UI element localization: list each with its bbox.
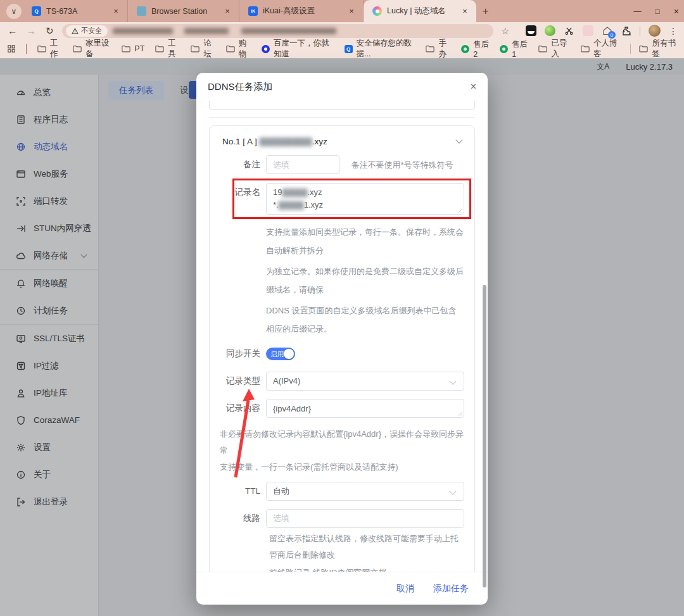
- redacted-domain: ▇▇▇▇▇▇▇▇: [260, 137, 312, 146]
- browser-menu-icon[interactable]: ⋮: [669, 26, 678, 36]
- modal-body: No.1 [ A ] ▇▇▇▇▇▇▇▇.xyz 备注 备注不要使用*号等特殊符号…: [196, 101, 488, 572]
- ttl-row: TTL 自动: [220, 482, 464, 501]
- redacted-domain: ▇▇▇▇: [282, 187, 307, 197]
- bookmark-folder-work[interactable]: 工作: [37, 38, 62, 60]
- browser-tab-browser-station[interactable]: Browser Station ×: [128, 0, 239, 22]
- tab-close-icon[interactable]: ×: [346, 6, 357, 16]
- bookmarks-bar: 工作 家里设备 PT 工具 论坛 购物 百度一下，你就知道 Q安全储存您的数据.…: [0, 39, 684, 58]
- browser-toolbar: ← → ↻ 不安全 ☆ 0: [0, 22, 684, 39]
- bookmark-baidu[interactable]: 百度一下，你就知道: [262, 38, 334, 60]
- lucky-favicon: [372, 6, 382, 16]
- warning-icon: [72, 28, 79, 34]
- bookmarks-separator: [26, 44, 27, 54]
- line-hint-line: 留空表示指定默认线路，修改线路可能需要手动上托管商后台删除修改: [269, 531, 464, 563]
- bookmark-folder-figures[interactable]: 手办: [426, 38, 450, 60]
- seafile-icon: [461, 45, 469, 53]
- bookmark-folder-imported[interactable]: 已导入: [538, 38, 570, 60]
- divider: [209, 117, 475, 118]
- extensions-puzzle-icon[interactable]: [621, 25, 631, 36]
- bookmarks-separator: [630, 44, 631, 54]
- remark-label: 备注: [220, 155, 260, 174]
- bookmark-folder-pt[interactable]: PT: [122, 44, 144, 53]
- record-content-hint-line: 非必要请勿修改记录内容默认配置{ipv4Addr}，误操作会导致同步异常: [220, 426, 464, 459]
- extension-icon-idm[interactable]: [545, 25, 555, 36]
- tab-close-icon[interactable]: ×: [111, 6, 121, 16]
- modal-scrollbar-thumb[interactable]: [483, 285, 486, 588]
- qnap-icon: Q: [345, 45, 353, 53]
- record-group-header[interactable]: No.1 [ A ] ▇▇▇▇▇▇▇▇.xyz: [220, 131, 464, 155]
- modal-title: DDNS任务添加: [208, 81, 273, 93]
- bookmark-folder-tools[interactable]: 工具: [155, 38, 180, 60]
- modal-close-icon[interactable]: ×: [471, 81, 476, 92]
- security-chip[interactable]: 不安全: [66, 25, 108, 37]
- bookmark-star-icon[interactable]: ☆: [501, 26, 509, 36]
- cancel-button[interactable]: 取消: [396, 583, 414, 594]
- redacted-url-segment: [113, 28, 173, 34]
- browser-tab-ikuai[interactable]: iK iKuai-高级设置 ×: [239, 0, 364, 22]
- extension-icon-scissors[interactable]: [564, 25, 574, 36]
- tab-title: Lucky | 动态域名: [387, 6, 446, 16]
- bookmark-folder-shopping[interactable]: 购物: [226, 38, 251, 60]
- record-name-hint-line: 支持批量添加同类型记录，每行一条。保存时，系统会自动解析并拆分: [266, 223, 464, 260]
- ddns-add-task-modal: DDNS任务添加 × No.1 [ A ] ▇▇▇▇▇▇▇▇.xyz 备注: [196, 73, 488, 605]
- tab-search-button[interactable]: ∨: [6, 4, 22, 19]
- browser-station-favicon: [137, 6, 146, 16]
- line-input[interactable]: [266, 509, 464, 528]
- window-minimize-button[interactable]: —: [634, 7, 642, 16]
- reload-button[interactable]: ↻: [44, 25, 56, 37]
- baidu-icon: [262, 45, 270, 53]
- record-name-hint-line: DDNS 设置页面的自定义多级域名后缀列表中已包含相应的后缀记录。: [266, 301, 464, 338]
- extension-icon-disabled[interactable]: [583, 25, 593, 36]
- record-name-textarea[interactable]: 19▇▇▇▇.xyz *.▇▇▇▇1.xyz: [266, 183, 464, 215]
- window-maximize-button[interactable]: □: [656, 7, 660, 16]
- modal-footer: 取消 添加任务: [196, 572, 488, 605]
- tab-title: TS-673A: [46, 7, 77, 16]
- provider-field-partial[interactable]: [209, 101, 475, 110]
- record-type-label: 记录类型: [220, 372, 260, 391]
- remark-input[interactable]: [266, 155, 339, 174]
- chevron-down-icon: [455, 136, 462, 143]
- record-type-select[interactable]: A(IPv4): [266, 372, 464, 391]
- line-row: 线路: [220, 509, 464, 528]
- sync-record-card: No.1 [ A ] ▇▇▇▇▇▇▇▇.xyz 备注 备注不要使用*号等特殊符号…: [209, 125, 475, 572]
- record-content-hint-line: 支持变量，一行一条记录(需托管商以及适配支持): [220, 459, 464, 475]
- record-type-row: 记录类型 A(IPv4): [220, 372, 464, 391]
- toggle-knob: [284, 349, 294, 359]
- screen: ∨ Q TS-673A × Browser Station × iK iKuai…: [0, 0, 684, 616]
- record-name-label: 记录名: [220, 183, 260, 202]
- ttl-select[interactable]: 自动: [266, 482, 464, 501]
- profile-avatar[interactable]: [649, 25, 661, 37]
- browser-tab-lucky[interactable]: Lucky | 动态域名 ×: [364, 0, 476, 22]
- bookmark-folder-forum[interactable]: 论坛: [191, 38, 215, 60]
- extension-icon-panda[interactable]: [526, 25, 536, 36]
- record-name-hint-line: 为独立记录。如果你使用的是免费二级或自定义多级后缀域名，请确保: [266, 262, 464, 299]
- qnap-favicon: Q: [32, 6, 41, 16]
- bookmark-folder-blog[interactable]: 个人博客: [581, 38, 619, 60]
- forward-button[interactable]: →: [25, 25, 37, 36]
- record-content-textarea[interactable]: {ipv4Addr}: [266, 399, 464, 418]
- browser-tab-ts673a[interactable]: Q TS-673A ×: [23, 0, 128, 22]
- all-bookmarks-folder[interactable]: 所有书签: [639, 38, 676, 60]
- ikuai-favicon: iK: [248, 6, 258, 16]
- address-bar[interactable]: 不安全: [62, 24, 493, 38]
- window-close-button[interactable]: ×: [674, 6, 679, 16]
- line-hint-line: 前线路记录,线路ID查阅官网文档: [269, 565, 464, 572]
- bookmark-folder-home-devices[interactable]: 家里设备: [73, 38, 111, 60]
- apps-grid-icon[interactable]: [8, 44, 15, 53]
- browser-tabstrip: ∨ Q TS-673A × Browser Station × iK iKuai…: [0, 0, 684, 22]
- bookmark-secure-storage[interactable]: Q安全储存您的数据...: [345, 38, 415, 60]
- tab-title: iKuai-高级设置: [263, 6, 315, 16]
- record-content-label: 记录内容: [220, 399, 260, 418]
- submit-add-task-button[interactable]: 添加任务: [433, 583, 469, 594]
- tab-close-icon[interactable]: ×: [460, 6, 470, 16]
- new-tab-button[interactable]: +: [483, 6, 488, 17]
- record-content-row: 记录内容 {ipv4Addr}: [220, 399, 464, 418]
- toolbar-separator: [640, 26, 640, 36]
- sync-switch-row: 同步开关 启用: [220, 344, 464, 363]
- back-button[interactable]: ←: [6, 25, 18, 36]
- tab-close-icon[interactable]: ×: [222, 6, 232, 16]
- bookmark-aftersale-1[interactable]: 售后1: [500, 39, 528, 59]
- sync-toggle[interactable]: 启用: [266, 348, 295, 360]
- bookmark-aftersale-2[interactable]: 售后2: [461, 39, 489, 59]
- extension-icon-home[interactable]: 0: [602, 25, 612, 36]
